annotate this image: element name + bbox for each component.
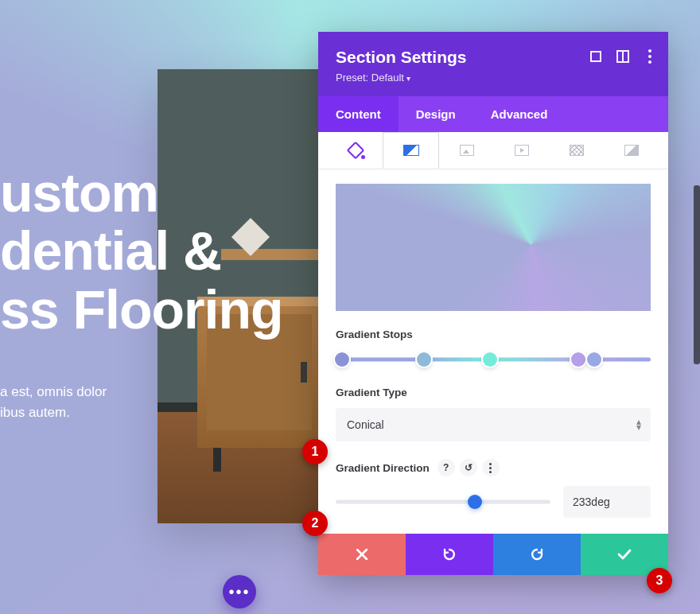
hero-subtext: a est, omnis dolor ibus autem. [0,382,107,422]
slider-rail [336,500,550,504]
redo-button[interactable] [493,534,581,575]
chevron-updown-icon: ▴▾ [636,419,641,430]
gradient-stops-label: Gradient Stops [336,328,651,340]
more-icon[interactable] [643,49,657,64]
check-icon [617,549,632,560]
reset-icon[interactable]: ↺ [460,459,477,476]
mask-icon [624,145,639,156]
direction-slider[interactable] [336,491,550,513]
settings-panel: Section Settings Preset: Default Content… [318,32,668,575]
subtab-image[interactable] [439,132,494,169]
subtab-color[interactable] [328,132,383,169]
pattern-icon [570,145,584,156]
page-background: ustom dential & ss Flooring a est, omnis… [0,0,700,614]
hero-heading-line: ss Flooring [0,281,282,339]
panel-tabs: Content Design Advanced [318,96,668,132]
image-icon [460,145,474,156]
hero-subtext-line: ibus autem. [0,402,107,423]
gradient-icon [403,145,419,156]
preset-selector[interactable]: Preset: Default [336,72,651,84]
callout-badge-2: 2 [302,511,328,536]
background-subtabs [318,132,668,169]
gradient-preview[interactable] [336,184,651,311]
close-icon [356,549,368,560]
label-text: Gradient Type [336,387,407,398]
hero-heading: ustom dential & ss Flooring [0,164,282,339]
redo-icon [530,547,544,562]
gradient-stop[interactable] [417,352,431,367]
subtab-video[interactable] [494,132,549,169]
label-text: Gradient Direction [336,462,430,474]
undo-button[interactable] [406,534,493,575]
gradient-direction-label: Gradient Direction ? ↺ [336,459,651,476]
hero-heading-line: ustom [0,164,282,222]
label-text: Gradient Stops [336,328,413,340]
paint-bucket-icon [349,144,362,157]
select-value: Conical [336,408,651,441]
callout-badge-1: 1 [302,439,328,464]
subtab-pattern[interactable] [549,132,604,169]
responsive-icon[interactable] [616,49,630,64]
field-more-icon[interactable] [482,459,500,476]
expand-icon[interactable] [589,49,603,64]
builder-fab[interactable]: ••• [223,575,256,608]
gradient-stops-track[interactable] [336,350,651,369]
tab-design[interactable]: Design [399,96,473,132]
subtab-gradient[interactable] [383,132,439,169]
hero-subtext-line: a est, omnis dolor [0,382,107,402]
panel-body: Gradient Stops Gradient Type Conical ▴▾ … [318,169,668,534]
gradient-stop[interactable] [335,352,349,367]
gradient-stop[interactable] [571,352,585,367]
subtab-mask[interactable] [604,132,659,169]
panel-footer [318,534,668,575]
undo-icon [442,547,457,562]
hero-heading-line: dential & [0,222,282,280]
gradient-type-label: Gradient Type [336,387,651,398]
page-scrollbar[interactable] [694,185,700,364]
video-icon [515,145,529,156]
dots-icon: ••• [228,584,250,600]
direction-input[interactable]: 233deg [563,486,651,518]
panel-header: Section Settings Preset: Default [318,32,668,96]
help-icon[interactable]: ? [438,459,455,476]
gradient-type-select[interactable]: Conical ▴▾ [336,408,651,441]
tab-advanced[interactable]: Advanced [473,96,566,132]
tab-content[interactable]: Content [318,96,399,132]
slider-thumb[interactable] [468,495,482,509]
gradient-stop[interactable] [587,352,601,367]
cancel-button[interactable] [318,534,406,575]
callout-badge-3: 3 [647,568,672,593]
gradient-stop[interactable] [483,352,497,367]
